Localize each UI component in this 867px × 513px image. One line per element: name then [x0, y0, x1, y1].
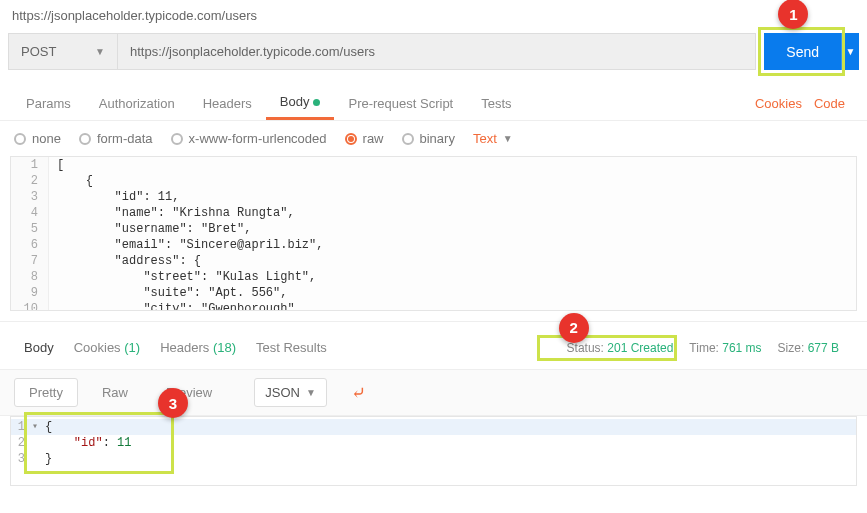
resp-key: "id": [74, 436, 103, 450]
resp-tab-headers[interactable]: Headers (18): [150, 334, 246, 361]
tab-params[interactable]: Params: [12, 88, 85, 119]
response-format-dropdown[interactable]: JSON▼: [254, 378, 327, 407]
time-label: Time:: [689, 341, 719, 355]
request-tabs: Params Authorization Headers Body Pre-re…: [0, 76, 867, 121]
headers-count: (18): [213, 340, 236, 355]
radio-raw[interactable]: raw: [345, 131, 384, 146]
chevron-down-icon: ▼: [503, 133, 513, 144]
request-url-label: https://jsonplaceholder.typicode.com/use…: [0, 0, 867, 27]
radio-formdata[interactable]: form-data: [79, 131, 153, 146]
tab-tests[interactable]: Tests: [467, 88, 525, 119]
resp-sep: :: [103, 436, 117, 450]
code-line: 5 "username": "Bret",: [11, 221, 856, 237]
response-view-row: Pretty Raw Preview JSON▼ ⤶: [0, 369, 867, 416]
radio-xwww-label: x-www-form-urlencoded: [189, 131, 327, 146]
code-line: 1[: [11, 157, 856, 173]
resp-tab-headers-label: Headers: [160, 340, 209, 355]
radio-formdata-label: form-data: [97, 131, 153, 146]
tab-body[interactable]: Body: [266, 86, 335, 120]
radio-binary-label: binary: [420, 131, 455, 146]
tab-prerequest[interactable]: Pre-request Script: [334, 88, 467, 119]
send-dropdown-button[interactable]: ▼: [841, 33, 859, 70]
code-line: 3 "id": 11,: [11, 189, 856, 205]
response-tabs: Body Cookies (1) Headers (18) Test Resul…: [0, 321, 867, 369]
json-label: JSON: [265, 385, 300, 400]
tab-headers[interactable]: Headers: [189, 88, 266, 119]
status-label: Status:: [567, 341, 604, 355]
code-line: 2 {: [11, 173, 856, 189]
fold-icon[interactable]: ▾: [29, 419, 41, 435]
code-line: 9 "suite": "Apt. 556",: [11, 285, 856, 301]
response-body[interactable]: 1▾{ 2 "id": 11 3}: [10, 416, 857, 486]
chevron-down-icon: ▼: [95, 46, 105, 57]
tab-body-label: Body: [280, 94, 310, 109]
annotation-badge: 2: [559, 313, 589, 343]
method-select[interactable]: POST ▼: [8, 33, 118, 70]
radio-none[interactable]: none: [14, 131, 61, 146]
code-link[interactable]: Code: [814, 96, 845, 111]
view-raw[interactable]: Raw: [88, 379, 142, 406]
method-value: POST: [21, 44, 56, 59]
cookies-link[interactable]: Cookies: [755, 96, 802, 111]
status-value: 201 Created: [607, 341, 673, 355]
request-bar: POST ▼ https://jsonplaceholder.typicode.…: [0, 27, 867, 76]
body-type-radios: none form-data x-www-form-urlencoded raw…: [0, 121, 867, 156]
radio-none-label: none: [32, 131, 61, 146]
time-value: 761 ms: [722, 341, 761, 355]
annotation-badge: 3: [158, 388, 188, 418]
view-pretty[interactable]: Pretty: [14, 378, 78, 407]
body-text-dropdown[interactable]: Text▼: [473, 131, 513, 146]
cookies-count: (1): [124, 340, 140, 355]
send-button[interactable]: Send: [764, 33, 841, 70]
chevron-down-icon: ▼: [306, 387, 316, 398]
url-input[interactable]: https://jsonplaceholder.typicode.com/use…: [118, 33, 756, 70]
code-line: 8 "street": "Kulas Light",: [11, 269, 856, 285]
resp-tab-cookies-label: Cookies: [74, 340, 121, 355]
code-line: 10 "city": "Gwenborough",: [11, 301, 856, 311]
size-value: 677 B: [808, 341, 839, 355]
resp-tab-body[interactable]: Body: [14, 334, 64, 361]
radio-raw-label: raw: [363, 131, 384, 146]
size-label: Size:: [778, 341, 805, 355]
code-line: 4 "name": "Krishna Rungta",: [11, 205, 856, 221]
resp-tab-cookies[interactable]: Cookies (1): [64, 334, 150, 361]
wrap-lines-icon[interactable]: ⤶: [351, 382, 366, 404]
response-meta: 2 Status: 201 Created Time: 761 ms Size:…: [567, 341, 853, 355]
resp-val: 11: [117, 436, 131, 450]
radio-binary[interactable]: binary: [402, 131, 455, 146]
resp-tab-testresults[interactable]: Test Results: [246, 334, 337, 361]
code-line: 6 "email": "Sincere@april.biz",: [11, 237, 856, 253]
resp-line-1: {: [41, 419, 52, 435]
tab-authorization[interactable]: Authorization: [85, 88, 189, 119]
code-line: 7 "address": {: [11, 253, 856, 269]
modified-dot-icon: [313, 99, 320, 106]
resp-line-3: }: [41, 451, 52, 467]
radio-xwww[interactable]: x-www-form-urlencoded: [171, 131, 327, 146]
request-body-editor[interactable]: 1[2 {3 "id": 11,4 "name": "Krishna Rungt…: [10, 156, 857, 311]
body-text-label: Text: [473, 131, 497, 146]
